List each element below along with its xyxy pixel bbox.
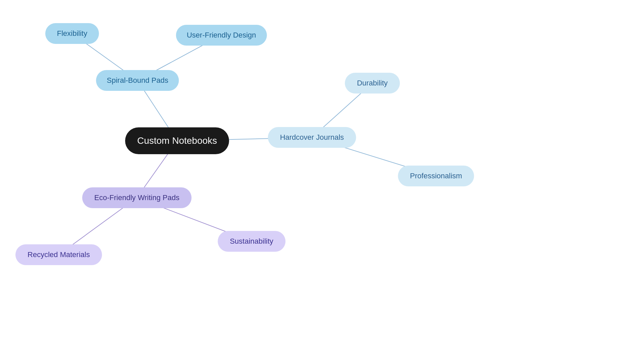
eco-friendly-label: Eco-Friendly Writing Pads [94, 193, 179, 202]
node-eco-friendly[interactable]: Eco-Friendly Writing Pads [82, 187, 192, 208]
node-spiral[interactable]: Spiral-Bound Pads [96, 70, 179, 91]
professionalism-label: Professionalism [410, 172, 462, 180]
recycled-label: Recycled Materials [28, 250, 90, 259]
hardcover-label: Hardcover Journals [280, 133, 344, 142]
center-node[interactable]: Custom Notebooks [125, 127, 229, 154]
node-durability[interactable]: Durability [345, 73, 400, 94]
node-professionalism[interactable]: Professionalism [398, 166, 474, 186]
user-friendly-label: User-Friendly Design [187, 31, 256, 40]
node-hardcover[interactable]: Hardcover Journals [268, 127, 356, 148]
durability-label: Durability [357, 79, 388, 87]
spiral-label: Spiral-Bound Pads [107, 76, 168, 85]
center-label: Custom Notebooks [137, 135, 217, 146]
node-flexibility[interactable]: Flexibility [45, 23, 99, 44]
sustainability-label: Sustainability [230, 237, 273, 246]
flexibility-label: Flexibility [57, 29, 87, 38]
node-user-friendly[interactable]: User-Friendly Design [176, 25, 267, 46]
node-recycled[interactable]: Recycled Materials [15, 244, 102, 265]
node-sustainability[interactable]: Sustainability [218, 231, 285, 252]
